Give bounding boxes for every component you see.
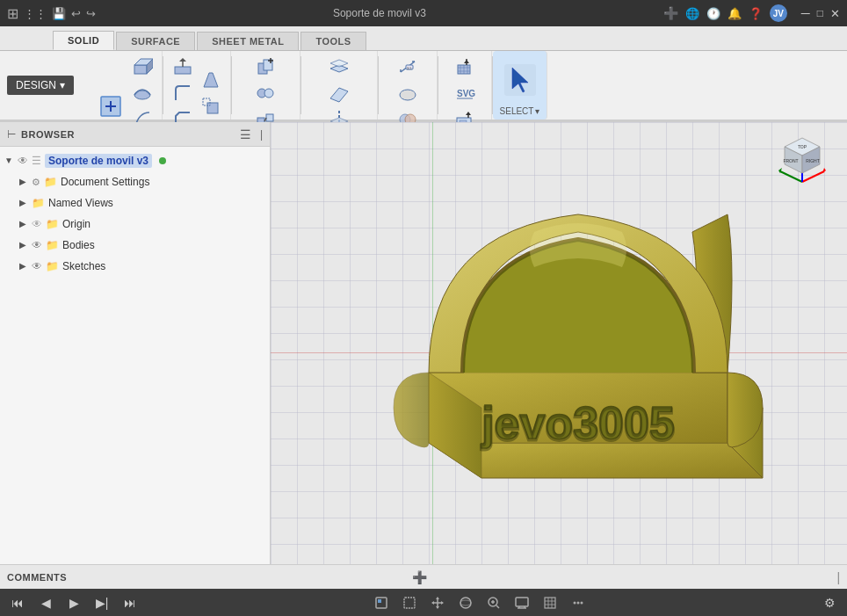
design-button[interactable]: DESIGN ▾ [7, 76, 74, 95]
tree-eye-origin[interactable]: 👁 [32, 218, 42, 230]
nav-play-icon[interactable]: ▶ [63, 592, 84, 613]
new-component-icon[interactable] [253, 54, 278, 79]
viewcube[interactable]: TOP FRONT RIGHT [771, 129, 833, 191]
tree-item-named-views[interactable]: ▶ 📁 Named Views [0, 192, 270, 214]
minimize-button[interactable]: ─ [801, 6, 810, 20]
maximize-button[interactable]: □ [817, 7, 823, 19]
press-pull-icon[interactable] [170, 54, 195, 79]
clock-icon[interactable]: 🕐 [706, 7, 720, 20]
svg-rect-82 [404, 598, 415, 608]
tree-label-origin: Origin [62, 218, 90, 230]
insert-mesh-icon[interactable] [452, 54, 477, 79]
extrude-icon[interactable] [130, 54, 155, 79]
browser-panel: ⊢ BROWSER ☰ | ▼ 👁 ☰ Soporte de movil v3 … [0, 122, 271, 564]
design-arrow: ▾ [60, 79, 65, 91]
svg-point-102 [574, 602, 576, 605]
ribbon-group-inspect: 3.5 [379, 51, 438, 120]
svg-marker-14 [179, 58, 186, 62]
browser-menu-icon[interactable]: ☰ [240, 127, 251, 141]
svg-marker-85 [431, 601, 434, 605]
undo-icon[interactable]: ↩ [71, 7, 81, 20]
close-button[interactable]: ✕ [830, 7, 840, 20]
grid-settings-icon[interactable] [539, 592, 561, 613]
svg-text:jevo3005: jevo3005 [481, 399, 675, 450]
tree-item-root[interactable]: ▼ 👁 ☰ Soporte de movil v3 [0, 150, 270, 171]
measure-icon[interactable]: 3.5 [395, 54, 420, 79]
nav-next-frame-icon[interactable]: ▶| [91, 592, 112, 613]
nav-prev-icon[interactable]: ◀ [35, 592, 56, 613]
select-tool-icon[interactable] [504, 64, 536, 96]
new-sketch-icon[interactable] [95, 91, 127, 122]
tree-eye-root[interactable]: 👁 [18, 155, 28, 167]
svg-marker-33 [330, 60, 348, 67]
plane-at-angle-icon[interactable] [327, 81, 351, 105]
help-icon[interactable]: ❓ [749, 7, 763, 20]
browser-resize-handle[interactable]: | [260, 128, 263, 141]
viewport[interactable]: jevo3005 jevo3005 [271, 122, 847, 564]
tab-tools[interactable]: TOOLS [300, 32, 366, 50]
svg-text:FRONT: FRONT [783, 158, 798, 163]
svg-rect-12 [175, 67, 191, 74]
zebra-icon[interactable] [395, 81, 420, 105]
tree-label-doc: Document Settings [61, 176, 149, 188]
draft-icon[interactable] [199, 68, 223, 92]
tree-item-doc-settings[interactable]: ▶ ⚙ 📁 Document Settings [0, 171, 270, 192]
tab-surface[interactable]: SURFACE [116, 32, 195, 50]
zoom-status-icon[interactable] [483, 592, 504, 613]
display-settings-icon[interactable] [511, 592, 532, 613]
offset-plane-icon[interactable] [327, 54, 351, 79]
nav-end-icon[interactable]: ⏭ [119, 592, 141, 613]
comments-resize-handle[interactable]: | [836, 570, 840, 584]
joint-icon[interactable] [253, 81, 278, 105]
svg-point-104 [581, 602, 583, 605]
tree-arrow-views: ▶ [18, 198, 28, 208]
3d-model: jevo3005 jevo3005 [358, 175, 833, 553]
save-icon[interactable]: 💾 [52, 7, 66, 20]
tree-folder-root: ☰ [32, 155, 41, 167]
ribbon-group-modify: MODIFY ▾ [163, 51, 231, 120]
tree-eye-bodies[interactable]: 👁 [32, 239, 42, 251]
tab-sheet-metal[interactable]: SHEET METAL [197, 32, 299, 50]
tree-arrow-bodies: ▶ [18, 240, 28, 250]
ribbon-group-assemble: ASSEMBLE ▾ [232, 51, 300, 120]
revolve-icon[interactable] [130, 81, 155, 105]
titlebar: ⊞ ⋮⋮ 💾 ↩ ↪ Soporte de movil v3 ➕ 🌐 🕐 🔔 ❓… [0, 0, 847, 26]
svg-text:3.5: 3.5 [407, 66, 412, 70]
fillet-icon[interactable] [170, 81, 195, 105]
tree-item-sketches[interactable]: ▶ 👁 📁 Sketches [0, 256, 270, 277]
tab-solid[interactable]: SOLID [53, 31, 114, 50]
svg-marker-53 [464, 60, 469, 63]
redo-icon[interactable]: ↪ [86, 7, 96, 20]
svg-rect-29 [266, 114, 273, 121]
more-settings-icon[interactable] [568, 592, 589, 613]
svg-point-27 [264, 89, 273, 98]
app-menu-icon[interactable]: ⊞ [7, 5, 18, 22]
box-select-status-icon[interactable] [399, 592, 420, 613]
select-label[interactable]: SELECT ▾ [500, 106, 540, 116]
svg-point-103 [577, 602, 580, 605]
nav-start-icon[interactable]: ⏮ [7, 592, 28, 613]
scale-icon[interactable] [199, 94, 223, 119]
svg-marker-86 [441, 601, 444, 605]
settings-gear-icon[interactable]: ⚙ [819, 592, 840, 613]
tree-eye-sketches[interactable]: 👁 [32, 260, 42, 272]
pan-tool-status-icon[interactable] [427, 592, 448, 613]
tree-label-sketches: Sketches [62, 260, 105, 272]
user-avatar[interactable]: JV [770, 4, 787, 22]
browser-collapse-icon[interactable]: ⊢ [7, 128, 16, 141]
add-tab-icon[interactable]: ➕ [663, 6, 678, 20]
svg-marker-34 [330, 88, 348, 102]
svg-line-90 [496, 605, 499, 608]
orbit-tool-status-icon[interactable] [455, 592, 476, 613]
svg-rect-97 [545, 598, 555, 608]
tree-item-bodies[interactable]: ▶ 👁 📁 Bodies [0, 235, 270, 256]
tree-arrow-root: ▼ [4, 156, 14, 166]
select-tool-status-icon[interactable] [371, 592, 392, 613]
web-icon[interactable]: 🌐 [685, 7, 699, 20]
tree-item-origin[interactable]: ▶ 👁 📁 Origin [0, 214, 270, 235]
comments-add-icon[interactable]: ➕ [412, 570, 427, 584]
insert-svg-icon[interactable]: SVG [452, 81, 477, 105]
menu-grid-icon[interactable]: ⋮⋮ [24, 7, 47, 20]
bell-icon[interactable]: 🔔 [728, 7, 742, 20]
tree-folder-bodies: 📁 [46, 239, 59, 251]
